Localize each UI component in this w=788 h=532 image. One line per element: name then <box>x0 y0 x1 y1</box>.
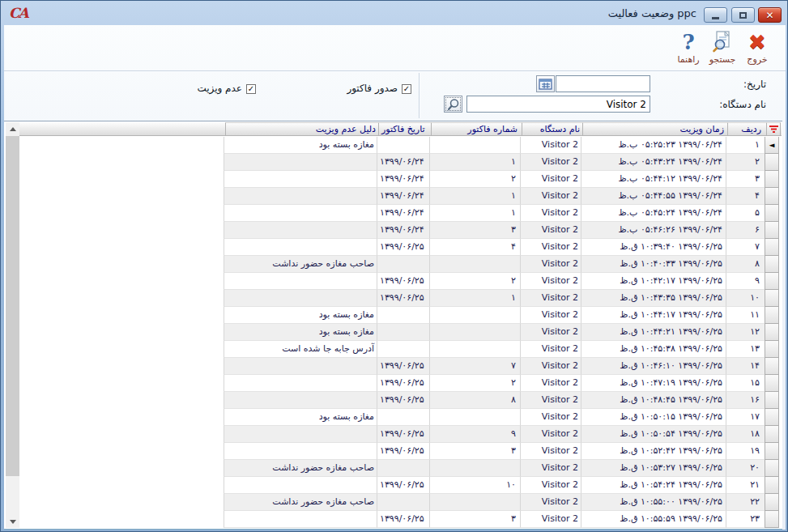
device-lookup-button[interactable] <box>444 96 462 113</box>
grid-cell-visit_time[interactable]: ۱۳۹۹/۰۶/۲۵ ۱۰:۵۳:۲۷ ق.ظ <box>581 460 726 477</box>
grid-cell-invoice_date[interactable]: ۱۳۹۹/۰۶/۲۵ <box>377 375 429 392</box>
maximize-button[interactable] <box>731 7 755 23</box>
column-header-reason[interactable]: دلیل عدم ویزیت <box>225 122 378 136</box>
table-row[interactable]: ۱۷۱۳۹۹/۰۶/۲۵ ۱۰:۵۰:۱۵ ق.ظVisitor 2مغازه … <box>224 409 779 426</box>
grid-cell-invoice_date[interactable] <box>377 409 429 426</box>
search-button[interactable]: جستجو <box>705 30 739 69</box>
filter-header-cell[interactable] <box>766 122 781 136</box>
grid-cell-device[interactable]: Visitor 2 <box>520 239 581 256</box>
grid-cell-device[interactable]: Visitor 2 <box>520 154 581 171</box>
grid-cell-visit_time[interactable]: ۱۳۹۹/۰۶/۲۵ ۱۰:۴۸:۴۵ ق.ظ <box>581 392 726 409</box>
grid-cell-device[interactable]: Visitor 2 <box>520 307 581 324</box>
row-indicator-cell[interactable] <box>765 375 779 392</box>
grid-cell-visit_time[interactable]: ۱۳۹۹/۰۶/۲۴ ۰۵:۴۵:۲۴ ب.ظ <box>581 205 726 222</box>
table-row[interactable]: ۶۱۳۹۹/۰۶/۲۴ ۰۵:۴۶:۲۶ ب.ظVisitor 2۳۱۳۹۹/۰… <box>224 222 779 239</box>
grid-cell-row[interactable]: ۱۱ <box>726 307 765 324</box>
grid-cell-reason[interactable]: مغازه بسته بود <box>224 324 377 341</box>
grid-cell-visit_time[interactable]: ۱۳۹۹/۰۶/۲۵ ۱۰:۴۰:۳۳ ق.ظ <box>581 256 726 273</box>
grid-cell-invoice_no[interactable]: ۲ <box>429 375 520 392</box>
grid-cell-invoice_no[interactable]: ۱ <box>429 205 520 222</box>
grid-cell-invoice_date[interactable]: ۱۳۹۹/۰۶/۲۵ <box>377 392 429 409</box>
table-row[interactable]: ۱۴۱۳۹۹/۰۶/۲۵ ۱۰:۴۶:۱۰ ق.ظVisitor 2۷۱۳۹۹/… <box>224 358 779 375</box>
grid-cell-invoice_date[interactable]: ۱۳۹۹/۰۶/۲۵ <box>377 443 429 460</box>
grid-cell-reason[interactable] <box>224 239 377 256</box>
issue-invoice-checkbox[interactable]: ✓ <box>402 84 411 94</box>
grid-cell-invoice_date[interactable] <box>377 460 429 477</box>
grid-cell-device[interactable]: Visitor 2 <box>520 222 581 239</box>
column-header-invoice_date[interactable]: تاریخ فاکتور <box>378 122 431 136</box>
grid-cell-row[interactable]: ۲۳ <box>726 511 765 528</box>
grid-cell-invoice_date[interactable] <box>377 494 429 511</box>
no-visit-checkbox[interactable]: ✓ <box>246 84 256 94</box>
help-button[interactable]: ? راهنما <box>671 30 705 69</box>
grid-cell-reason[interactable]: مغازه بسته بود <box>224 137 377 154</box>
grid-cell-device[interactable]: Visitor 2 <box>520 409 581 426</box>
grid-cell-device[interactable]: Visitor 2 <box>520 171 581 188</box>
grid-cell-reason[interactable] <box>224 375 377 392</box>
grid-cell-reason[interactable]: صاحب مغازه حضور نداشت <box>224 494 377 511</box>
grid-cell-visit_time[interactable]: ۱۳۹۹/۰۶/۲۴ ۰۵:۲۵:۲۳ ب.ظ <box>581 137 726 154</box>
table-row[interactable]: ۱۰۱۳۹۹/۰۶/۲۵ ۱۰:۴۳:۳۵ ق.ظVisitor 2۱۱۳۹۹/… <box>224 290 779 307</box>
scrollbar-thumb[interactable] <box>6 136 19 476</box>
grid-cell-invoice_date[interactable]: ۱۳۹۹/۰۶/۲۴ <box>377 205 429 222</box>
row-indicator-cell[interactable] <box>765 494 779 511</box>
grid-cell-reason[interactable] <box>224 392 377 409</box>
grid-cell-invoice_date[interactable] <box>377 256 429 273</box>
grid-cell-reason[interactable]: مغازه بسته بود <box>224 307 377 324</box>
grid-cell-row[interactable]: ۸ <box>726 256 765 273</box>
grid-cell-invoice_no[interactable]: ۱ <box>429 290 520 307</box>
grid-cell-invoice_no[interactable]: ۱۰ <box>429 477 520 494</box>
grid-cell-invoice_no[interactable]: ۱ <box>429 154 520 171</box>
grid-cell-reason[interactable] <box>224 443 377 460</box>
grid-cell-device[interactable]: Visitor 2 <box>520 392 581 409</box>
grid-cell-invoice_no[interactable] <box>429 409 520 426</box>
grid-cell-invoice_date[interactable] <box>377 341 429 358</box>
row-indicator-cell[interactable] <box>765 273 779 290</box>
grid-cell-invoice_date[interactable]: ۱۳۹۹/۰۶/۲۵ <box>377 426 429 443</box>
grid-cell-reason[interactable] <box>224 171 377 188</box>
row-indicator-cell[interactable] <box>765 426 779 443</box>
grid-cell-invoice_date[interactable] <box>377 307 429 324</box>
vertical-scrollbar[interactable] <box>6 122 19 528</box>
table-row[interactable]: ◄۱۱۳۹۹/۰۶/۲۴ ۰۵:۲۵:۲۳ ب.ظVisitor 2مغازه … <box>224 137 779 154</box>
grid-cell-reason[interactable]: صاحب مغازه حضور نداشت <box>224 256 377 273</box>
grid-cell-invoice_no[interactable] <box>429 256 520 273</box>
table-row[interactable]: ۱۸۱۳۹۹/۰۶/۲۵ ۱۰:۵۰:۵۴ ق.ظVisitor 2۹۱۳۹۹/… <box>224 426 779 443</box>
grid-cell-invoice_date[interactable] <box>377 324 429 341</box>
scroll-up-button[interactable] <box>6 122 19 135</box>
grid-cell-visit_time[interactable]: ۱۳۹۹/۰۶/۲۵ ۱۰:۵۵:۰۰ ق.ظ <box>581 494 726 511</box>
grid-cell-row[interactable]: ۵ <box>726 205 765 222</box>
row-indicator-cell[interactable] <box>765 409 779 426</box>
exit-button[interactable]: ✖ خروج <box>740 30 774 69</box>
grid-cell-device[interactable]: Visitor 2 <box>520 494 581 511</box>
grid-cell-visit_time[interactable]: ۱۳۹۹/۰۶/۲۴ ۰۵:۴۴:۵۵ ب.ظ <box>581 188 726 205</box>
grid-cell-visit_time[interactable]: ۱۳۹۹/۰۶/۲۵ ۱۰:۴۳:۳۵ ق.ظ <box>581 290 726 307</box>
table-row[interactable]: ۷۱۳۹۹/۰۶/۲۵ ۱۰:۳۹:۴۰ ق.ظVisitor 2۴۱۳۹۹/۰… <box>224 239 779 256</box>
grid-cell-reason[interactable] <box>224 205 377 222</box>
grid-cell-device[interactable]: Visitor 2 <box>520 426 581 443</box>
grid-cell-reason[interactable]: صاحب مغازه حضور نداشت <box>224 460 377 477</box>
grid-cell-invoice_date[interactable]: ۱۳۹۹/۰۶/۲۵ <box>377 239 429 256</box>
grid-cell-reason[interactable] <box>224 358 377 375</box>
table-row[interactable]: ۹۱۳۹۹/۰۶/۲۵ ۱۰:۴۲:۱۷ ق.ظVisitor 2۲۱۳۹۹/۰… <box>224 273 779 290</box>
row-indicator-cell[interactable] <box>765 239 779 256</box>
grid-cell-invoice_date[interactable]: ۱۳۹۹/۰۶/۲۴ <box>377 188 429 205</box>
grid-cell-reason[interactable] <box>224 477 377 494</box>
row-indicator-cell[interactable] <box>765 392 779 409</box>
grid-cell-reason[interactable] <box>224 273 377 290</box>
grid-cell-visit_time[interactable]: ۱۳۹۹/۰۶/۲۵ ۱۰:۵۰:۱۵ ق.ظ <box>581 409 726 426</box>
table-row[interactable]: ۱۳۱۳۹۹/۰۶/۲۵ ۱۰:۴۵:۳۸ ق.ظVisitor 2آدرس ج… <box>224 341 779 358</box>
row-indicator-cell[interactable] <box>765 256 779 273</box>
grid-cell-reason[interactable] <box>224 426 377 443</box>
grid-cell-row[interactable]: ۲۱ <box>726 477 765 494</box>
table-row[interactable]: ۲۲۱۳۹۹/۰۶/۲۵ ۱۰:۵۵:۰۰ ق.ظVisitor 2صاحب م… <box>224 494 779 511</box>
row-indicator-cell[interactable] <box>765 460 779 477</box>
grid-cell-reason[interactable] <box>224 290 377 307</box>
grid-cell-row[interactable]: ۹ <box>726 273 765 290</box>
grid-cell-device[interactable]: Visitor 2 <box>520 358 581 375</box>
grid-cell-invoice_date[interactable] <box>377 137 429 154</box>
row-indicator-cell[interactable] <box>765 443 779 460</box>
row-indicator-cell[interactable] <box>765 477 779 494</box>
grid-cell-visit_time[interactable]: ۱۳۹۹/۰۶/۲۵ ۱۰:۳۹:۴۰ ق.ظ <box>581 239 726 256</box>
table-row[interactable]: ۲۰۱۳۹۹/۰۶/۲۵ ۱۰:۵۳:۲۷ ق.ظVisitor 2صاحب م… <box>224 460 779 477</box>
